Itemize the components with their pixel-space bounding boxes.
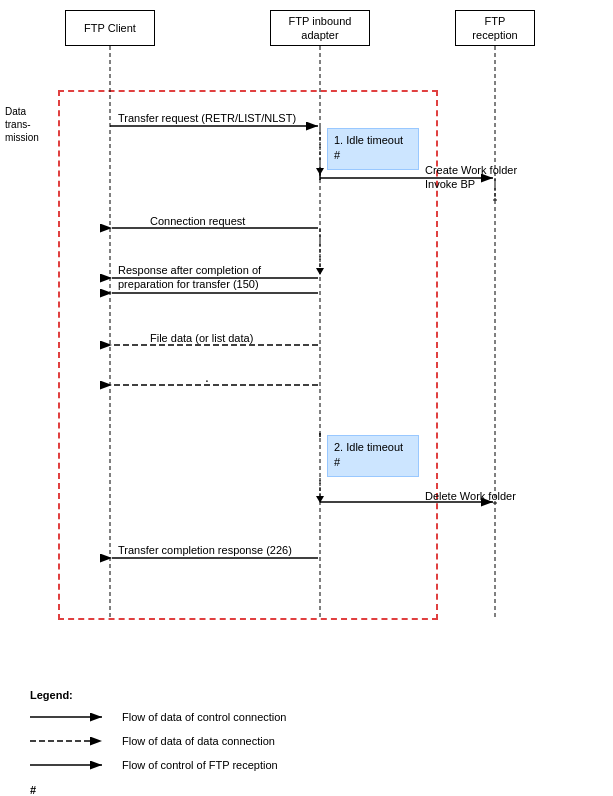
data-transmission-label: Datatrans-mission [5,105,39,144]
legend-dashed-arrow [30,734,110,748]
msg-file-data: File data (or list data) [150,332,253,344]
legend-control-arrow [30,758,110,772]
legend-solid-arrow [30,710,110,724]
actor-ftp-client: FTP Client [65,10,155,46]
footnote: # Idle timeout is after completion of da… [30,784,583,796]
legend-dashed-row: Flow of data of data connection [30,734,583,748]
footnote-hash: # [30,784,583,796]
legend-control-text: Flow of control of FTP reception [122,759,278,771]
legend-solid-row: Flow of data of control connection [30,710,583,724]
legend-dashed-text: Flow of data of data connection [122,735,275,747]
legend-solid-text: Flow of data of control connection [122,711,286,723]
idle-timeout-1: 1. Idle timeout# [327,128,419,170]
msg-transfer-request: Transfer request (RETR/LIST/NLST) [118,112,296,124]
legend-control-row: Flow of control of FTP reception [30,758,583,772]
msg-delete-work-folder: Delete Work folder [425,490,516,502]
msg-create-work-folder: Create Work folderInvoke BP [425,163,517,192]
sequence-diagram: FTP Client FTP inboundadapter FTPrecepti… [0,0,613,680]
actor-ftp-reception: FTPreception [455,10,535,46]
msg-response-150: Response after completion ofpreparation … [118,263,261,292]
msg-dot: · [205,372,209,388]
msg-transfer-complete-226: Transfer completion response (226) [118,544,292,556]
msg-connection-request: Connection request [150,215,245,227]
actor-ftp-inbound: FTP inboundadapter [270,10,370,46]
idle-timeout-2: 2. Idle timeout# [327,435,419,477]
legend-header: Legend: [30,688,583,702]
legend-section: Legend: Flow of data of control connecti… [0,680,613,796]
